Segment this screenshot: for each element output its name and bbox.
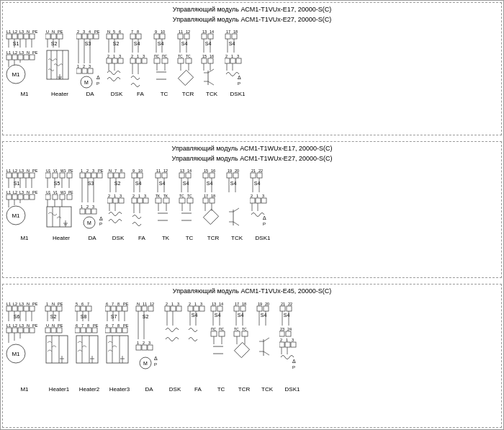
svg-text:2: 2: [131, 54, 133, 58]
svg-rect-5: [6, 34, 12, 39]
svg-text:18: 18: [233, 30, 238, 34]
svg-text:3: 3: [200, 302, 202, 306]
tck-s3-diagram: 1920 S4: [256, 300, 278, 386]
module-label: M1: [20, 235, 28, 241]
svg-rect-485: [188, 306, 193, 311]
svg-text:PE: PE: [68, 190, 73, 194]
svg-text:15: 15: [202, 54, 207, 58]
svg-line-335: [233, 208, 239, 212]
svg-rect-447: [111, 328, 116, 333]
svg-rect-232: [86, 173, 91, 178]
module-dsk1-s1: 1718 S4 213 Δ P DSK1: [225, 27, 251, 97]
svg-rect-424: [76, 336, 98, 363]
svg-text:U: U: [46, 323, 49, 328]
module-dsk1-s3: 2122 S4 2324 213 Δ P DSK1: [279, 300, 305, 393]
svg-rect-141: [208, 58, 213, 63]
svg-text:PE: PE: [58, 30, 63, 34]
svg-line-531: [264, 351, 269, 355]
tc-s2-diagram: 1314 S4 ТСТС: [179, 166, 200, 235]
module-label: Heater2: [79, 386, 99, 393]
svg-text:S4: S4: [134, 41, 140, 46]
svg-rect-477: [165, 306, 170, 311]
module-heater1-s3: 1NPE S2 UNPE Heate: [45, 300, 73, 393]
svg-text:N: N: [27, 30, 30, 34]
module-heater-s2: U1V1W1PE S5 U1V1W1PE: [45, 166, 77, 241]
svg-text:16: 16: [210, 54, 214, 58]
svg-rect-74: [112, 34, 117, 39]
svg-line-530: [264, 338, 269, 341]
svg-text:S2: S2: [113, 41, 120, 46]
svg-rect-54: [88, 34, 93, 39]
svg-rect-119: [178, 34, 183, 39]
svg-rect-120: [184, 34, 189, 39]
heater-s2-diagram: U1V1W1PE S5 U1V1W1PE: [45, 166, 77, 235]
svg-rect-83: [112, 58, 117, 63]
module-label: TCR: [207, 235, 219, 241]
svg-rect-159: [225, 58, 230, 63]
svg-text:14: 14: [219, 302, 223, 306]
svg-text:3: 3: [292, 338, 294, 342]
svg-text:N: N: [27, 50, 30, 55]
svg-text:24: 24: [287, 327, 292, 331]
svg-text:P: P: [96, 81, 99, 86]
svg-rect-203: [60, 173, 65, 178]
svg-rect-63: [76, 68, 81, 73]
svg-text:M1: M1: [12, 71, 20, 78]
svg-text:Δ: Δ: [292, 359, 296, 364]
svg-rect-360: [12, 306, 17, 311]
section3: Управляющий модуль АСМ1-T1VUx-E45, 20000…: [2, 284, 502, 428]
svg-text:L3: L3: [19, 169, 24, 173]
svg-text:13: 13: [180, 169, 184, 173]
svg-rect-508: [234, 306, 239, 311]
module-label: DSK1: [256, 235, 271, 241]
svg-rect-479: [176, 306, 181, 311]
svg-text:1: 1: [138, 194, 140, 198]
svg-rect-376: [12, 328, 17, 333]
module-fa-s3: 213 S4 FA: [187, 300, 209, 393]
svg-text:17: 17: [226, 30, 230, 34]
module-label: TCR: [182, 91, 194, 97]
svg-rect-313: [203, 173, 208, 178]
svg-text:2: 2: [77, 30, 79, 34]
svg-rect-548: [291, 342, 296, 347]
svg-text:M: M: [84, 80, 89, 85]
svg-rect-8: [24, 34, 29, 39]
m1-s2-diagram: L1L2L3NPE S1 L1L2L3NPE: [6, 166, 43, 235]
svg-rect-535: [287, 306, 292, 311]
module-m1-s1: L1L2L3NPE S1 L1L2L3NPE: [6, 27, 43, 97]
svg-rect-494: [217, 306, 222, 311]
svg-text:M1: M1: [12, 212, 20, 219]
svg-text:L2: L2: [13, 30, 17, 34]
svg-rect-174: [24, 173, 29, 178]
svg-rect-22: [12, 55, 17, 60]
svg-text:U1: U1: [46, 169, 51, 173]
svg-text:PE: PE: [32, 169, 38, 173]
module-da-s2: 123PE S3 123 M Δ P DA: [79, 166, 105, 241]
svg-text:1: 1: [77, 64, 79, 68]
svg-text:S4: S4: [158, 41, 164, 46]
svg-rect-469: [148, 345, 153, 350]
svg-rect-298: [179, 173, 184, 178]
svg-text:P: P: [263, 222, 266, 226]
svg-rect-90: [136, 34, 141, 39]
svg-text:N: N: [27, 302, 30, 306]
svg-rect-493: [211, 306, 216, 311]
svg-text:L1: L1: [6, 169, 11, 173]
svg-text:1: 1: [137, 54, 139, 58]
svg-rect-133: [202, 34, 207, 39]
svg-text:3: 3: [92, 205, 94, 209]
svg-text:3: 3: [237, 54, 239, 58]
svg-rect-291: [163, 198, 169, 203]
svg-text:ПС: ПС: [154, 54, 160, 58]
svg-text:Δ: Δ: [99, 216, 103, 221]
svg-text:22: 22: [258, 169, 263, 173]
svg-text:1: 1: [81, 205, 83, 209]
svg-text:S4: S4: [192, 313, 198, 318]
dsk-diagram: N56 S2 213: [106, 27, 127, 91]
svg-text:15: 15: [204, 169, 208, 173]
svg-rect-467: [136, 345, 141, 350]
svg-text:ТС: ТС: [186, 54, 191, 58]
svg-rect-486: [194, 306, 199, 311]
svg-rect-36: [57, 34, 63, 39]
svg-text:3: 3: [92, 169, 94, 173]
